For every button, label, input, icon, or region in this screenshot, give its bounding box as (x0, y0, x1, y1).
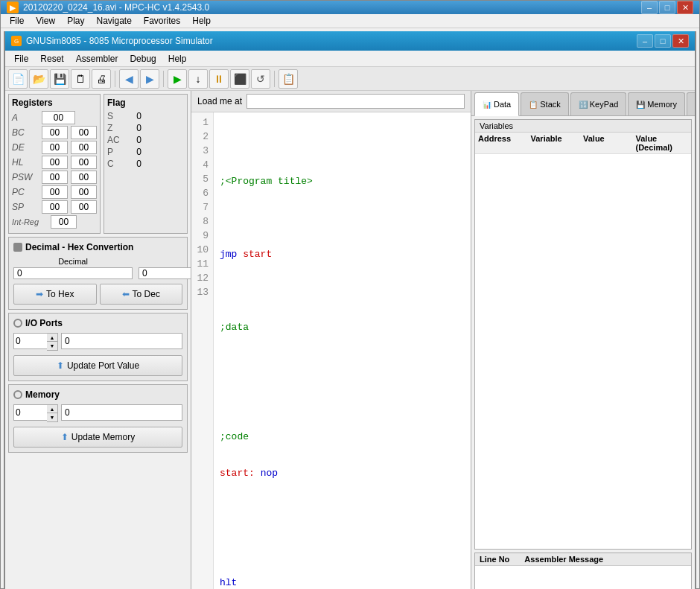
outer-close-btn[interactable]: ✕ (677, 1, 693, 14)
reg-val-PC2[interactable] (71, 185, 97, 199)
toolbar-sep-3 (274, 71, 275, 87)
io-port-val-input[interactable] (61, 333, 182, 349)
outer-menu-help[interactable]: Help (186, 14, 217, 28)
inner-close-btn[interactable]: ✕ (672, 34, 689, 48)
converter-hex-input[interactable] (139, 267, 191, 279)
inner-menu-help[interactable]: Help (162, 52, 193, 66)
to-hex-button[interactable]: ➡ To Hex (13, 284, 97, 305)
update-port-button[interactable]: ⬆ Update Port Value (13, 355, 182, 376)
to-dec-label: To Dec (133, 289, 160, 299)
new-btn[interactable]: 📄 (8, 69, 28, 89)
reg-name-intreg: Int-Reg (12, 217, 51, 226)
tab-data[interactable]: 📊 Data (474, 92, 519, 116)
reg-val-DE1[interactable] (42, 141, 68, 154)
reg-name-DE: DE (12, 142, 42, 153)
tab-stack[interactable]: 📋 Stack (521, 92, 569, 115)
memory-addr-down-btn[interactable]: ▼ (47, 413, 57, 421)
reg-name-A: A (12, 112, 42, 123)
io-port-num-up-btn[interactable]: ▲ (47, 334, 57, 342)
code-line-2: ;<Program title> (220, 174, 465, 188)
saveas-btn[interactable]: 🗒 (71, 69, 90, 89)
to-dec-arrow-icon: ⬅ (122, 289, 130, 299)
reg-val-intreg[interactable] (51, 215, 77, 229)
reg-val-PSW2[interactable] (71, 171, 97, 184)
code-line-13: hlt (220, 576, 465, 589)
inner-menu-debug[interactable]: Debug (124, 52, 162, 66)
outer-menu-play[interactable]: Play (61, 14, 90, 28)
reg-name-PC: PC (12, 187, 42, 197)
pause-btn[interactable]: ⏸ (209, 69, 229, 89)
converter-decimal-input[interactable] (13, 267, 133, 279)
assembler-col-lineno: Line No (480, 555, 509, 564)
memory-tab-icon: 💾 (636, 101, 645, 109)
outer-minimize-btn[interactable]: – (641, 1, 658, 14)
reg-val-DE2[interactable] (71, 141, 97, 154)
code-area: Load me at 1 2 3 4 5 6 7 8 9 10 (191, 91, 471, 589)
reg-val-BC1[interactable] (42, 126, 68, 139)
reg-name-SP: SP (12, 202, 42, 212)
flags-box: Flag S 0 Z 0 AC 0 (104, 94, 188, 234)
copy-btn[interactable]: 📋 (279, 69, 298, 89)
app-icon: ▶ (7, 1, 19, 13)
reg-val-HL1[interactable] (42, 156, 68, 169)
print-btn[interactable]: 🖨 (92, 69, 111, 89)
save-btn[interactable]: 💾 (50, 69, 69, 89)
outer-menu-navigate[interactable]: Navigate (90, 14, 137, 28)
reg-row-DE: DE (12, 141, 97, 154)
flag-val-S: 0 (130, 111, 148, 121)
flag-row-AC: AC 0 (107, 135, 184, 145)
step-btn[interactable]: ↓ (188, 69, 208, 89)
code-label-start-ref: start (243, 249, 272, 260)
converter-icon (13, 243, 22, 252)
reg-val-SP1[interactable] (42, 200, 68, 214)
reg-val-SP2[interactable] (71, 200, 97, 214)
io-port-num-input[interactable] (13, 333, 47, 349)
inner-menu-assembler[interactable]: Assembler (70, 52, 124, 66)
tab-io-ports[interactable]: I/O Ports (687, 92, 695, 115)
stop-btn[interactable]: ⬛ (230, 69, 249, 89)
flag-name-P: P (107, 147, 130, 157)
tab-keypad[interactable]: 🔢 KeyPad (570, 92, 627, 115)
tab-memory[interactable]: 💾 Memory (628, 92, 685, 115)
converter-box: Decimal - Hex Convertion Decimal Hex (8, 237, 188, 310)
reg-val-HL2[interactable] (71, 156, 97, 169)
converter-fields: Decimal Hex (13, 257, 182, 279)
outer-titlebar: ▶ 20120220_0224_16.avi - MPC-HC v1.4.254… (1, 1, 699, 14)
memory-addr-input[interactable] (13, 404, 47, 421)
outer-menu-favorites[interactable]: Favorites (138, 14, 186, 28)
code-editor[interactable]: 1 2 3 4 5 6 7 8 9 10 11 12 13 (191, 112, 471, 589)
io-port-num-down-btn[interactable]: ▼ (47, 342, 57, 350)
memory-addr-up-btn[interactable]: ▲ (47, 405, 57, 413)
reset-btn[interactable]: ↺ (251, 69, 270, 89)
open-btn[interactable]: 📂 (29, 69, 48, 89)
reg-val-A[interactable] (42, 111, 75, 124)
flag-name-Z: Z (107, 123, 130, 133)
update-memory-button[interactable]: ⬆ Update Memory (13, 427, 182, 448)
outer-menu-view[interactable]: View (30, 14, 61, 28)
inner-menu-reset[interactable]: Reset (34, 52, 69, 66)
memory-val-input[interactable] (61, 404, 182, 421)
inner-menu-file[interactable]: File (8, 52, 34, 66)
flag-val-C: 0 (130, 159, 148, 169)
outer-maximize-btn[interactable]: □ (659, 1, 675, 14)
reg-val-PC1[interactable] (42, 185, 68, 199)
load-me-at-input[interactable] (246, 94, 465, 109)
code-content[interactable]: ;<Program title> jmp start ;data ;code s… (214, 112, 471, 589)
reg-row-BC: BC (12, 126, 97, 139)
reg-name-HL: HL (12, 157, 42, 168)
forward-btn[interactable]: ▶ (140, 69, 159, 89)
run-btn[interactable]: ▶ (168, 69, 187, 89)
converter-title: Decimal - Hex Convertion (25, 242, 133, 252)
variables-col-variable: Variable (531, 134, 584, 152)
outer-menu-file[interactable]: File (4, 14, 30, 28)
to-dec-button[interactable]: ⬅ To Dec (100, 284, 183, 305)
back-btn[interactable]: ◀ (119, 69, 139, 89)
assembler-title: Line No Assembler Message (475, 553, 691, 566)
reg-val-PSW1[interactable] (42, 171, 68, 184)
to-hex-label: To Hex (46, 289, 74, 299)
converter-hex-label: Hex (139, 257, 191, 266)
reg-val-BC2[interactable] (71, 126, 97, 139)
inner-maximize-btn[interactable]: □ (655, 34, 671, 48)
inner-minimize-btn[interactable]: – (637, 34, 653, 48)
reg-row-intreg: Int-Reg (12, 215, 97, 229)
